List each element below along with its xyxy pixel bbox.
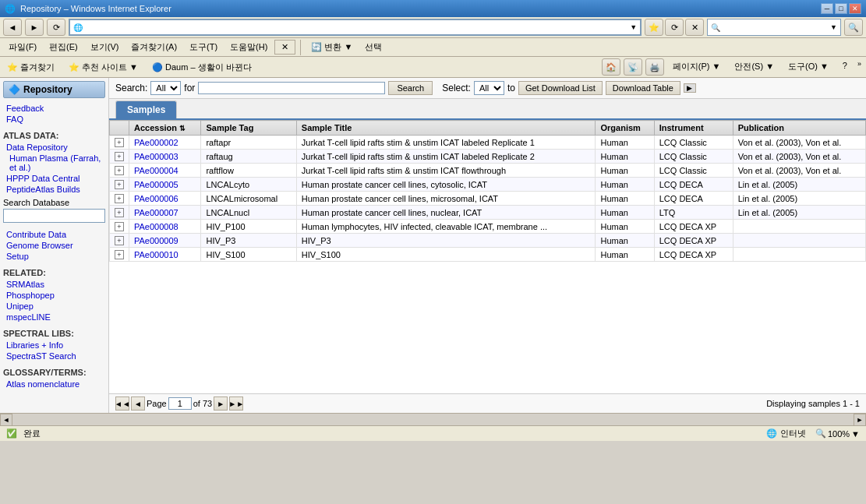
download-table-button[interactable]: Download Table	[606, 81, 680, 95]
help-page-btn[interactable]: ?	[837, 58, 853, 76]
minimize-button[interactable]: ─	[821, 3, 833, 14]
search-engine-input[interactable]: peptideatlas	[723, 23, 830, 32]
col-publication[interactable]: Publication	[733, 121, 865, 136]
rss-btn[interactable]: 📡	[624, 58, 642, 76]
favorites-btn[interactable]: ⭐	[645, 19, 663, 36]
sidebar-item-unipep[interactable]: Unipep	[3, 301, 105, 312]
expand-button[interactable]: +	[115, 180, 124, 189]
search-go-btn[interactable]: 🔍	[844, 19, 863, 36]
sidebar-item-hppp[interactable]: HPPP Data Central	[3, 173, 105, 184]
page-input[interactable]	[168, 397, 192, 410]
expand-button[interactable]: +	[115, 250, 124, 259]
expand-button[interactable]: +	[115, 194, 124, 203]
recommend-sites[interactable]: ⭐ 추천 사이트 ▼	[65, 60, 142, 75]
zoom-dropdown[interactable]: ▼	[851, 429, 860, 439]
scroll-track[interactable]	[12, 414, 854, 425]
sidebar-item-libraries[interactable]: Libraries + Info	[3, 340, 105, 351]
get-download-list-button[interactable]: Get Download List	[518, 81, 603, 95]
convert-btn[interactable]: 🔄 변환 ▼	[306, 39, 358, 55]
col-accession[interactable]: Accession ⇅	[129, 121, 201, 136]
prev-page-button[interactable]: ◄	[131, 397, 145, 411]
scroll-right-btn[interactable]: ▶	[684, 83, 696, 93]
address-input[interactable]: http://www.peptideatlas.org/repository/	[85, 23, 630, 32]
search-engine-dropdown[interactable]: ▼	[830, 23, 837, 31]
close-button[interactable]: ✕	[849, 3, 861, 14]
expand-button[interactable]: +	[115, 236, 124, 245]
more-btn[interactable]: »	[856, 58, 863, 76]
scroll-right-btn2[interactable]: ►	[854, 414, 866, 426]
accession-link[interactable]: PAe000010	[134, 250, 179, 259]
sidebar-search-input[interactable]	[3, 209, 105, 223]
menu-edit[interactable]: 편집(E)	[44, 39, 83, 55]
expand-button[interactable]: +	[115, 152, 124, 161]
expand-button[interactable]: +	[115, 222, 124, 231]
back-button[interactable]: ◄	[3, 19, 22, 36]
favorites-main[interactable]: ⭐ 즐겨찾기	[3, 60, 58, 75]
accession-link[interactable]: PAe000008	[134, 222, 179, 231]
col-sample-title[interactable]: Sample Title	[296, 121, 596, 136]
samples-table-container[interactable]: Accession ⇅ Sample Tag Sample Title Orga…	[109, 120, 866, 393]
accession-link[interactable]: PAe000004	[134, 166, 179, 175]
search-type-select[interactable]: All	[150, 81, 181, 95]
sidebar-item-contribute[interactable]: Contribute Data	[3, 229, 105, 240]
first-page-button[interactable]: ◄◄	[115, 397, 129, 411]
tools-page-btn[interactable]: 도구(O) ▼	[783, 58, 834, 76]
menu-tools[interactable]: 도구(T)	[184, 39, 223, 55]
tab-samples[interactable]: Samples	[115, 100, 177, 118]
accession-link[interactable]: PAe000005	[134, 180, 179, 189]
sidebar-item-srmatlas[interactable]: SRMAtlas	[3, 279, 105, 290]
sidebar-item-mspecline[interactable]: mspecLINE	[3, 312, 105, 322]
address-bar[interactable]: 🌐 http://www.peptideatlas.org/repository…	[69, 19, 642, 36]
col-organism[interactable]: Organism	[596, 121, 654, 136]
sidebar-item-data-repo[interactable]: Data Repository	[3, 142, 105, 153]
menu-help[interactable]: 도움말(H)	[224, 39, 273, 55]
tab-close-btn[interactable]: ✕	[274, 40, 295, 55]
daum-link[interactable]: 🔵 Daum – 생활이 바뀐다	[148, 60, 256, 75]
sidebar-item-spectrast[interactable]: SpectraST Search	[3, 351, 105, 361]
expand-button[interactable]: +	[115, 138, 124, 147]
expand-button[interactable]: +	[115, 208, 124, 217]
sidebar-item-faq[interactable]: FAQ	[3, 114, 105, 125]
menu-view[interactable]: 보기(V)	[85, 39, 125, 55]
sidebar-item-pa-builds[interactable]: PeptideAtlas Builds	[3, 184, 105, 195]
menu-favorites[interactable]: 즐겨찾기(A)	[125, 39, 182, 55]
accession-link[interactable]: PAe000007	[134, 208, 179, 217]
row-title: Jurkat T-cell lipid rafts stim & unstim …	[296, 164, 596, 178]
accession-link[interactable]: PAe000003	[134, 152, 179, 161]
search-engine-box[interactable]: 🔍 peptideatlas ▼	[707, 19, 841, 36]
col-instrument[interactable]: Instrument	[654, 121, 733, 136]
forward-button[interactable]: ►	[25, 19, 44, 36]
favorites-bar: ⭐ 즐겨찾기 ⭐ 추천 사이트 ▼ 🔵 Daum – 생활이 바뀐다 🏠 📡 🖨…	[0, 57, 866, 78]
scroll-left-btn[interactable]: ◄	[0, 414, 12, 426]
search-text-input[interactable]	[198, 82, 385, 94]
address-dropdown-icon[interactable]: ▼	[630, 23, 637, 31]
sidebar-item-phosphopep[interactable]: Phosphopep	[3, 290, 105, 301]
search-toolbar: Search: All for Search Select: All to Ge…	[109, 78, 866, 99]
page-btn[interactable]: 페이지(P) ▼	[667, 58, 726, 76]
sidebar-item-genome[interactable]: Genome Browser	[3, 240, 105, 251]
row-publication: Lin et al. (2005)	[733, 192, 865, 206]
refresh-button[interactable]: ⟳	[47, 19, 65, 36]
sidebar-item-human-plasma[interactable]: Human Plasma (Farrah, et al.)	[3, 153, 105, 173]
sidebar-item-feedback[interactable]: Feedback	[3, 103, 105, 114]
accession-link[interactable]: PAe000009	[134, 236, 179, 245]
next-page-button[interactable]: ►	[214, 397, 228, 411]
safety-btn[interactable]: 안전(S) ▼	[729, 58, 779, 76]
maximize-button[interactable]: □	[835, 3, 847, 14]
select-dropdown[interactable]: All	[474, 81, 504, 95]
search-button[interactable]: Search	[388, 81, 433, 95]
last-page-button[interactable]: ►►	[229, 397, 243, 411]
col-sample-tag[interactable]: Sample Tag	[201, 121, 296, 136]
refresh2-btn[interactable]: ⟳	[665, 19, 684, 36]
to-label: to	[507, 83, 515, 93]
sidebar-item-nomenclature[interactable]: Atlas nomenclature	[3, 379, 105, 389]
accession-link[interactable]: PAe000002	[134, 138, 179, 147]
print-btn[interactable]: 🖨️	[645, 58, 664, 76]
sidebar-item-setup[interactable]: Setup	[3, 251, 105, 262]
select-btn[interactable]: 선택	[359, 39, 387, 55]
accession-link[interactable]: PAe000006	[134, 194, 179, 203]
menu-file[interactable]: 파일(F)	[3, 39, 42, 55]
expand-button[interactable]: +	[115, 166, 124, 175]
stop-btn[interactable]: ✕	[685, 19, 704, 36]
home-btn[interactable]: 🏠	[602, 58, 620, 76]
